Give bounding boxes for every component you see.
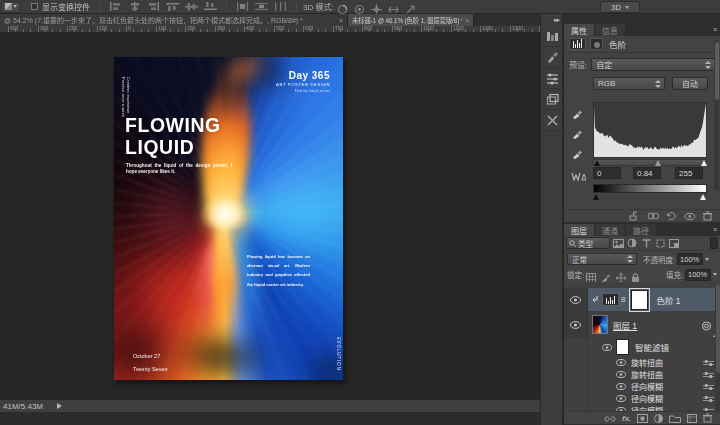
delete-layer-icon[interactable]: [703, 409, 712, 424]
align-left-edges-icon[interactable]: [109, 2, 122, 11]
3d-drag-icon[interactable]: [371, 1, 382, 12]
gray-point-eyedropper[interactable]: [571, 126, 582, 144]
gamma-input-value[interactable]: 0.84: [633, 167, 661, 179]
dock-brush-panel-icon[interactable]: [541, 47, 564, 68]
white-output-slider[interactable]: [700, 194, 706, 200]
workspace-switcher[interactable]: 3D: [600, 1, 640, 13]
auto-button[interactable]: 自动: [672, 77, 708, 90]
white-point-eyedropper[interactable]: [571, 146, 582, 164]
filter-row-item[interactable]: 旋转扭曲: [564, 356, 720, 368]
levels-thumbnail[interactable]: [602, 293, 619, 306]
new-adjustment-layer-icon[interactable]: [654, 409, 663, 424]
align-top-edges-icon[interactable]: [166, 2, 179, 11]
dock-timeline-icon[interactable]: [541, 110, 564, 131]
layer-name[interactable]: 图层 1: [613, 319, 637, 331]
properties-scrollbar[interactable]: [714, 40, 719, 190]
align-vertical-centers-icon[interactable]: [185, 2, 198, 11]
link-layers-icon[interactable]: [604, 409, 616, 424]
panel-menu-icon[interactable]: ≡: [713, 226, 718, 233]
visibility-eye-icon[interactable]: [684, 207, 696, 225]
filter-row-item[interactable]: 径向模糊: [564, 380, 720, 392]
dock-color-panel-icon[interactable]: [541, 26, 564, 47]
clip-to-layer-icon[interactable]: [629, 207, 640, 225]
align-right-edges-icon[interactable]: [147, 2, 160, 11]
view-previous-state-icon[interactable]: [647, 207, 659, 225]
document-tab-2[interactable]: 未标题-1 @ 46.1% (色阶 1, 图层蒙版/8) *×: [348, 14, 474, 26]
visibility-eye-icon[interactable]: [616, 401, 627, 411]
delete-adjustment-icon[interactable]: [703, 207, 712, 225]
expand-panels-icon[interactable]: ▸▸: [541, 14, 562, 26]
black-input-slider[interactable]: [594, 160, 600, 166]
canvas-area[interactable]: Creative inspirationPractice once a week…: [0, 33, 540, 399]
white-input-slider[interactable]: [701, 160, 707, 166]
visibility-gutter[interactable]: [564, 311, 588, 338]
lock-all-icon[interactable]: [631, 269, 642, 280]
black-input-value[interactable]: 0: [593, 167, 621, 179]
layer-row-image[interactable]: 图层 1: [564, 311, 720, 338]
smart-filters-row[interactable]: 智能滤镜: [564, 338, 720, 356]
lock-position-icon[interactable]: [616, 269, 627, 280]
3d-roll-icon[interactable]: [354, 1, 365, 12]
filter-name[interactable]: 旋转扭曲: [631, 369, 663, 380]
fill-value[interactable]: 100%: [685, 269, 711, 281]
filter-shape-layers-icon[interactable]: [654, 237, 666, 249]
filter-name[interactable]: 径向模糊: [631, 381, 663, 392]
black-output-slider[interactable]: [593, 194, 599, 200]
smart-filters-label[interactable]: 智能滤镜: [635, 341, 669, 353]
layers-scrollbar[interactable]: [715, 284, 720, 411]
close-icon[interactable]: ×: [336, 17, 343, 24]
tab-layers[interactable]: 图层: [564, 224, 595, 236]
close-icon[interactable]: ×: [462, 17, 469, 24]
filter-smart-objects-icon[interactable]: [668, 237, 680, 249]
filter-type-layers-icon[interactable]: [640, 237, 652, 249]
lock-transparent-icon[interactable]: [586, 269, 597, 280]
dock-tool-presets-icon[interactable]: [541, 68, 564, 89]
black-point-eyedropper[interactable]: [571, 106, 582, 124]
add-mask-icon[interactable]: [637, 409, 648, 424]
filter-adjustment-layers-icon[interactable]: [626, 237, 638, 249]
new-layer-icon[interactable]: [687, 409, 697, 424]
filter-row-item[interactable]: 旋转扭曲: [564, 368, 720, 380]
poster-document[interactable]: Creative inspirationPractice once a week…: [114, 57, 343, 380]
levels-histogram[interactable]: [593, 102, 707, 158]
tab-paths[interactable]: 路径: [626, 224, 657, 236]
visibility-eye-icon[interactable]: [602, 338, 613, 356]
layer-mask-thumbnail[interactable]: [631, 290, 648, 310]
visibility-gutter[interactable]: [564, 288, 588, 311]
filter-type-select[interactable]: 类型: [566, 237, 610, 249]
3d-scale-icon[interactable]: [405, 1, 416, 12]
opacity-value[interactable]: 100%: [677, 253, 703, 265]
3d-slide-icon[interactable]: [388, 1, 399, 12]
layer-row-levels[interactable]: 8 色阶 1: [564, 288, 720, 311]
panel-menu-icon[interactable]: ≡: [713, 26, 718, 33]
preset-select[interactable]: 自定: [591, 58, 715, 71]
chevron-down-icon[interactable]: [705, 258, 709, 261]
align-bottom-edges-icon[interactable]: [204, 2, 217, 11]
layer-name[interactable]: 色阶 1: [656, 294, 680, 306]
filter-name[interactable]: 径向模糊: [631, 393, 663, 404]
distribute-right-icon[interactable]: [274, 2, 287, 11]
dock-layer-comps-icon[interactable]: [541, 89, 564, 110]
document-tab-1[interactable]: @ 54.2% (7.重要的一步来了，双击红色箭头处的两个按钮，把两个模式都选择…: [0, 14, 348, 26]
tab-channels[interactable]: 通道: [595, 224, 626, 236]
filter-row-item[interactable]: 径向模糊: [564, 392, 720, 404]
distribute-center-icon[interactable]: [255, 2, 268, 11]
3d-rotate-icon[interactable]: [337, 1, 348, 12]
gamma-input-slider[interactable]: [655, 160, 661, 166]
distribute-left-icon[interactable]: [236, 2, 249, 11]
lock-pixels-icon[interactable]: [601, 269, 612, 280]
layer-style-fx-icon[interactable]: fx.: [622, 414, 631, 423]
filter-name[interactable]: 旋转扭曲: [631, 357, 663, 368]
show-transform-checkbox[interactable]: [31, 3, 38, 10]
reset-icon[interactable]: [666, 207, 677, 225]
tab-properties[interactable]: 属性: [564, 24, 595, 36]
new-group-icon[interactable]: [669, 409, 681, 424]
filter-pixel-layers-icon[interactable]: [612, 237, 624, 249]
align-horizontal-centers-icon[interactable]: [128, 2, 141, 11]
smart-filter-badge-icon[interactable]: [701, 317, 712, 335]
white-input-value[interactable]: 255: [675, 167, 703, 179]
tool-preset-picker[interactable]: [1, 1, 21, 13]
chevron-down-icon[interactable]: [713, 273, 717, 276]
blend-mode-select[interactable]: 正常: [567, 253, 637, 265]
status-arrow-icon[interactable]: [57, 403, 62, 409]
